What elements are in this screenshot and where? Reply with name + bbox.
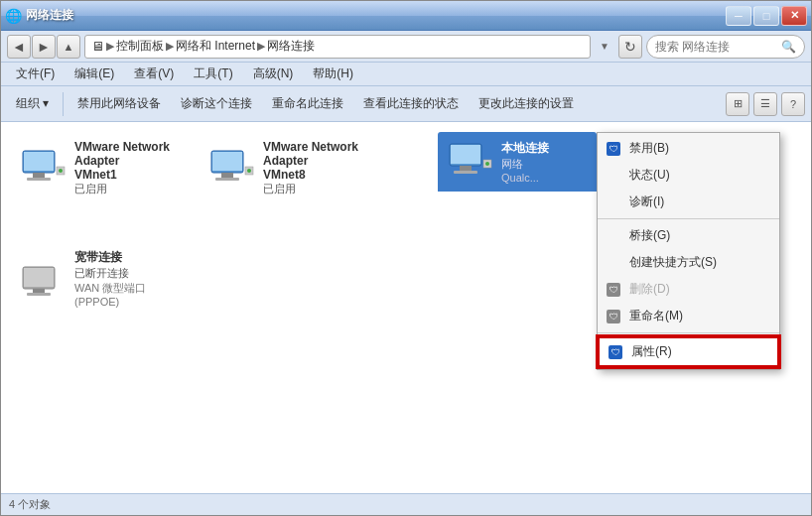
svg-rect-3	[27, 178, 51, 181]
vmnet8-name2: VMnet8	[263, 168, 370, 182]
change-settings-button[interactable]: 更改此连接的设置	[470, 90, 583, 118]
status-icon	[606, 168, 621, 184]
rename-label: 重命名(M)	[629, 308, 763, 324]
vmnet1-name: VMware Network Adapter	[74, 140, 182, 168]
menu-view[interactable]: 查看(V)	[125, 61, 183, 88]
view-status-button[interactable]: 查看此连接的状态	[354, 90, 468, 118]
context-menu-bridge[interactable]: 桥接(G)	[598, 222, 779, 249]
address-path[interactable]: 🖥 ▶ 控制面板 ▶ 网络和 Internet ▶ 网络连接	[84, 35, 591, 59]
network-icon-vmnet8	[207, 149, 255, 189]
menu-advanced[interactable]: 高级(N)	[244, 61, 303, 88]
svg-point-17	[485, 162, 489, 166]
toolbar-right: ⊞ ☰ ?	[726, 92, 805, 116]
shortcut-label: 创建快捷方式(S)	[629, 254, 763, 271]
diagnose-label: 诊断(I)	[629, 194, 763, 210]
svg-rect-19	[24, 268, 54, 287]
titlebar-buttons: ─ □ ✕	[726, 6, 807, 26]
network-icon-broadband	[19, 259, 67, 299]
menu-tools[interactable]: 工具(T)	[185, 61, 241, 88]
context-menu-disable[interactable]: 🛡 禁用(B)	[598, 135, 779, 162]
svg-rect-13	[451, 145, 480, 164]
network-icon-vmnet1	[19, 149, 67, 189]
address-dropdown[interactable]: ▼	[595, 36, 614, 58]
up-button[interactable]: ▲	[57, 35, 80, 59]
search-box[interactable]: 🔍	[646, 35, 805, 59]
broadband-name: 宽带连接	[74, 249, 182, 266]
disable-device-button[interactable]: 禁用此网络设备	[68, 90, 170, 118]
path-separator-3: ▶	[257, 40, 265, 53]
rename-button[interactable]: 重命名此连接	[263, 90, 352, 118]
view-list-button[interactable]: ☰	[753, 92, 777, 116]
search-input[interactable]	[655, 40, 777, 54]
vmnet1-name2: VMnet1	[74, 168, 182, 182]
svg-rect-15	[454, 171, 477, 174]
status-label: 状态(U)	[629, 167, 763, 184]
network-item-broadband[interactable]: 宽带连接 已断开连接 WAN 微型端口 (PPPOE)	[11, 241, 190, 316]
view-toggle-button[interactable]: ⊞	[726, 92, 749, 116]
organize-button[interactable]: 组织 ▾	[7, 90, 58, 118]
svg-rect-7	[212, 152, 242, 171]
toolbar: 组织 ▾ 禁用此网络设备 诊断这个连接 重命名此连接 查看此连接的状态 更改此连…	[1, 86, 811, 122]
main-window: 🌐 网络连接 ─ □ ✕ ◄ ► ▲ 🖥 ▶ 控制面板 ▶ 网络和 Intern…	[0, 0, 812, 516]
menu-file[interactable]: 文件(F)	[7, 61, 64, 88]
shield-icon-properties: 🛡	[608, 344, 623, 360]
forward-button[interactable]: ►	[32, 35, 56, 59]
titlebar-left: 🌐 网络连接	[5, 7, 73, 24]
menu-help[interactable]: 帮助(H)	[304, 61, 362, 88]
properties-label: 属性(R)	[631, 343, 761, 360]
context-menu-delete: 🛡 删除(D)	[598, 276, 779, 303]
bridge-icon	[606, 228, 621, 244]
local-status: 网络	[501, 157, 549, 172]
refresh-button[interactable]: ↻	[618, 35, 642, 59]
main-area: VMware Network Adapter VMnet1 已启用	[1, 122, 811, 493]
delete-label: 删除(D)	[629, 281, 763, 298]
network-item-local[interactable]: 本地连接 网络 Qualc...	[438, 132, 597, 192]
network-item-vmnet1[interactable]: VMware Network Adapter VMnet1 已启用	[11, 132, 190, 204]
svg-rect-14	[460, 166, 472, 171]
nav-buttons: ◄ ► ▲	[7, 35, 80, 59]
shield-icon-disable: 🛡	[606, 141, 621, 157]
status-text: 4 个对象	[9, 497, 51, 512]
context-menu-shortcut[interactable]: 创建快捷方式(S)	[598, 249, 779, 276]
context-menu: 🛡 禁用(B) 状态(U) 诊断(I) 桥接(G)	[597, 132, 780, 370]
back-button[interactable]: ◄	[7, 35, 31, 59]
svg-rect-2	[33, 173, 45, 178]
local-connection-area: 本地连接 网络 Qualc... 🛡 禁用(B) 状态(U)	[438, 132, 597, 192]
context-menu-properties[interactable]: 🛡 属性(R)	[598, 336, 779, 367]
svg-rect-9	[215, 178, 239, 181]
minimize-button[interactable]: ─	[726, 6, 751, 26]
svg-rect-21	[27, 293, 51, 296]
context-menu-diagnose[interactable]: 诊断(I)	[598, 189, 779, 215]
network-item-vmnet8[interactable]: VMware Network Adapter VMnet8 已启用	[200, 132, 378, 204]
path-separator-1: ▶	[106, 40, 114, 53]
statusbar: 4 个对象	[1, 493, 811, 515]
svg-point-11	[247, 169, 251, 173]
menubar: 文件(F) 编辑(E) 查看(V) 工具(T) 高级(N) 帮助(H)	[1, 63, 811, 86]
maximize-button[interactable]: □	[753, 6, 779, 26]
network-icon-local	[446, 142, 493, 182]
svg-rect-20	[33, 289, 45, 293]
addressbar: ◄ ► ▲ 🖥 ▶ 控制面板 ▶ 网络和 Internet ▶ 网络连接 ▼ ↻…	[1, 31, 811, 63]
close-button[interactable]: ✕	[781, 6, 807, 26]
path-control-panel[interactable]: 控制面板	[116, 38, 164, 55]
menu-edit[interactable]: 编辑(E)	[66, 61, 123, 88]
disable-label: 禁用(B)	[629, 140, 763, 157]
local-name: 本地连接	[501, 140, 549, 157]
help-button[interactable]: ?	[781, 92, 805, 116]
diagnose-button[interactable]: 诊断这个连接	[172, 90, 261, 118]
shield-icon-rename: 🛡	[606, 309, 621, 324]
path-icon: 🖥	[91, 39, 104, 54]
svg-rect-8	[221, 173, 233, 178]
vmnet8-name: VMware Network Adapter	[263, 140, 370, 168]
bridge-label: 桥接(G)	[629, 227, 763, 244]
context-sep-2	[598, 332, 779, 333]
path-network-internet[interactable]: 网络和 Internet	[176, 38, 255, 55]
context-menu-rename[interactable]: 🛡 重命名(M)	[598, 303, 779, 329]
context-menu-status[interactable]: 状态(U)	[598, 162, 779, 189]
shortcut-icon	[606, 255, 621, 271]
path-network-connections[interactable]: 网络连接	[267, 38, 315, 55]
svg-rect-1	[24, 152, 54, 171]
window-title: 网络连接	[26, 7, 73, 24]
local-type: Qualc...	[501, 172, 549, 184]
diagnose-icon	[606, 194, 621, 210]
